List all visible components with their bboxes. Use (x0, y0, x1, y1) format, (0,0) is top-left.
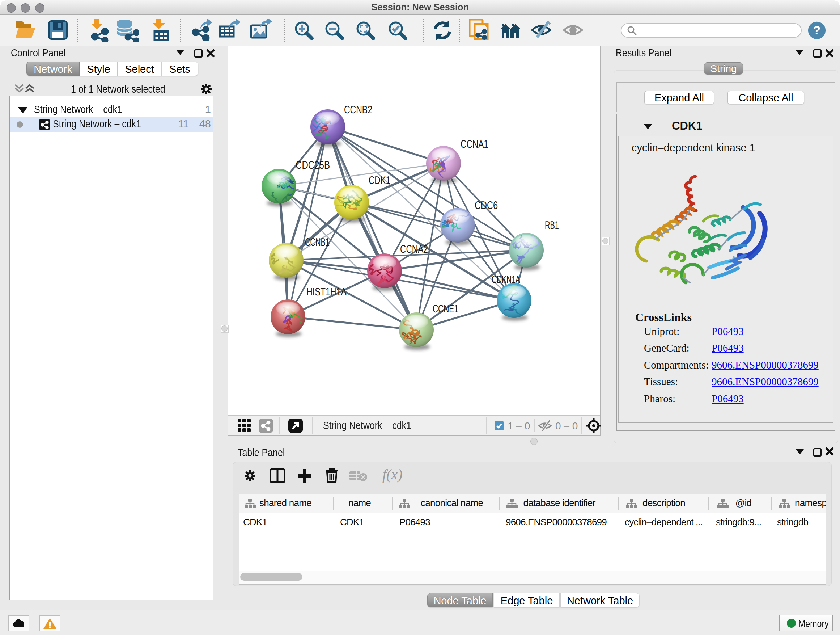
svg-text:CCNE1: CCNE1 (433, 303, 458, 315)
svg-text:CDC6: CDC6 (475, 200, 498, 211)
svg-text:CDC25B: CDC25B (295, 159, 330, 171)
svg-text:CDK1: CDK1 (369, 174, 390, 187)
svg-text:HIST1H1A: HIST1H1A (306, 286, 347, 298)
svg-text:CCNB2: CCNB2 (344, 104, 372, 116)
svg-text:?: ? (813, 24, 821, 37)
svg-text:CCNA1: CCNA1 (461, 138, 488, 150)
svg-text:CDKN1A: CDKN1A (492, 274, 520, 286)
svg-text:RB1: RB1 (545, 219, 559, 231)
svg-text:CCNB1: CCNB1 (305, 236, 330, 249)
svg-text:CCNA2: CCNA2 (400, 243, 428, 255)
